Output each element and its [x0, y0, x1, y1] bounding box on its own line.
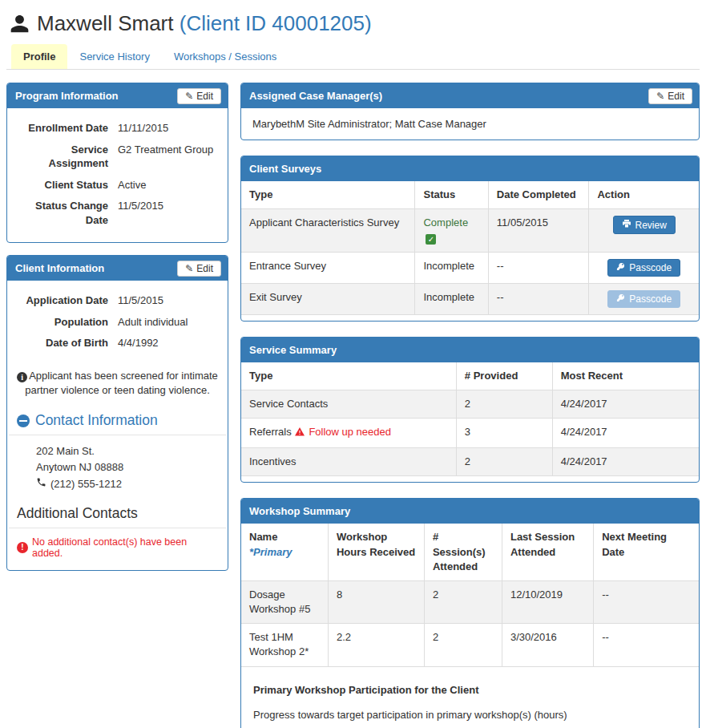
client-information-title: Client Information [15, 262, 104, 274]
workshop-name: Test 1HM Workshop 2* [241, 624, 328, 666]
info-circle-icon: i [17, 372, 27, 382]
key-icon [616, 262, 625, 273]
column-header-next-meeting: Next Meeting Date [594, 524, 699, 580]
participation-heading: Primary Workshop Participation for the C… [253, 684, 687, 696]
table-row: Service Contacts 2 4/24/2017 [241, 390, 699, 418]
review-button-label: Review [635, 220, 667, 231]
column-header-type: Type [241, 362, 456, 390]
workshop-hours: 8 [328, 580, 424, 623]
service-most-recent: 4/24/2017 [552, 448, 699, 476]
program-information-title: Program Information [15, 90, 119, 102]
passcode-button[interactable]: Passcode [607, 259, 680, 277]
column-header-provided: # Provided [456, 362, 552, 390]
workshop-summary-title: Workshop Summary [249, 505, 350, 517]
edit-button-label: Edit [668, 91, 684, 102]
survey-status: Incomplete [415, 283, 488, 314]
service-type: Incentives [241, 448, 456, 476]
column-header-hours: Workshop Hours Received [328, 524, 424, 580]
field-value: 4/4/1992 [118, 336, 220, 350]
minus-circle-icon[interactable] [17, 415, 30, 427]
workshop-summary-panel: Workshop Summary Name *Primary Workshop … [240, 498, 700, 728]
case-managers-title: Assigned Case Manager(s) [249, 90, 382, 102]
case-managers-edit-button[interactable]: ✎Edit [648, 88, 692, 104]
survey-status: Complete [423, 216, 468, 229]
address-line-2: Anytown NJ 08888 [36, 459, 220, 475]
primary-footnote: *Primary [249, 545, 320, 560]
client-profile-page: Maxwell Smart (Client ID 40001205) Profi… [0, 0, 706, 728]
case-managers-heading: Assigned Case Manager(s) ✎Edit [241, 83, 699, 108]
passcode-button-disabled[interactable]: Passcode [607, 290, 680, 308]
pencil-icon: ✎ [185, 91, 193, 102]
field-label: Status Change Date [12, 199, 108, 227]
table-header-row: Type Status Date Completed Action [241, 181, 699, 209]
field-value: Active [118, 178, 220, 192]
field-value: 11/5/2015 [118, 199, 220, 227]
pencil-icon: ✎ [185, 263, 193, 274]
alert-circle-icon: ! [17, 542, 28, 553]
program-information-heading: Program Information ✎Edit [7, 83, 228, 108]
table-header-row: Name *Primary Workshop Hours Received # … [241, 524, 699, 580]
column-header-name: Name [249, 530, 320, 544]
tab-profile[interactable]: Profile [11, 44, 67, 69]
case-managers-panel: Assigned Case Manager(s) ✎Edit MarybethM… [240, 83, 700, 140]
page-title: Maxwell Smart (Client ID 40001205) [37, 11, 372, 36]
user-icon [10, 14, 30, 34]
field-value: G2 Treatment Group [118, 143, 220, 171]
field-label: Enrollment Date [12, 121, 108, 135]
survey-date-completed: -- [488, 283, 589, 314]
service-provided: 2 [456, 390, 552, 418]
screening-note: iApplicant has been screened for intimat… [7, 366, 228, 404]
survey-type: Entrance Survey [241, 252, 415, 283]
field-value: 11/5/2015 [118, 293, 220, 308]
client-information-fields: Application Date 11/5/2015 Population Ad… [7, 281, 228, 366]
client-surveys-panel: Client Surveys Type Status Date Complete… [240, 156, 700, 322]
column-header-action: Action [589, 181, 699, 209]
workshop-next-meeting: -- [594, 624, 699, 666]
case-managers-value: MarybethM Site Administrator; Matt Case … [241, 108, 699, 140]
address-block: 202 Main St. Anytown NJ 08888 (212) 555-… [7, 435, 228, 496]
follow-up-warning: Follow up needed [309, 426, 391, 438]
survey-date-completed: 11/05/2015 [488, 209, 589, 252]
program-information-edit-button[interactable]: ✎Edit [177, 88, 221, 104]
client-surveys-table: Type Status Date Completed Action Applic… [241, 181, 699, 315]
column-header-most-recent: Most Recent [552, 362, 699, 390]
service-summary-heading: Service Summary [241, 338, 699, 362]
contact-information-toggle[interactable]: Contact Information [9, 404, 226, 435]
field-row: Status Change Date 11/5/2015 [12, 199, 220, 227]
service-most-recent: 4/24/2017 [552, 390, 699, 418]
tab-service-history[interactable]: Service History [67, 44, 161, 69]
edit-button-label: Edit [196, 263, 213, 274]
service-most-recent: 4/24/2017 [552, 418, 699, 447]
phone-number: (212) 555-1212 [50, 476, 122, 492]
service-summary-title: Service Summary [249, 344, 337, 356]
contact-information-title: Contact Information [35, 412, 158, 429]
tab-workshops-sessions[interactable]: Workshops / Sessions [162, 44, 288, 69]
page-header: Maxwell Smart (Client ID 40001205) [6, 6, 700, 44]
no-additional-contacts-message: ! No additional contact(s) have been add… [7, 528, 228, 570]
workshop-name: Dosage Workshop #5 [241, 580, 328, 623]
workshop-hours: 2.2 [328, 624, 424, 666]
table-row: Referrals Follow up needed 3 4/24/2017 [241, 418, 699, 447]
survey-type: Exit Survey [241, 283, 415, 314]
program-information-fields: Enrollment Date 11/11/2015 Service Assig… [7, 108, 228, 242]
no-additional-contacts-text: No additional contact(s) have been added… [32, 536, 220, 559]
field-label: Date of Birth [12, 336, 108, 350]
review-button[interactable]: Review [613, 216, 676, 234]
check-square-icon: ✓ [426, 234, 436, 245]
workshop-summary-heading: Workshop Summary [241, 499, 699, 524]
service-summary-table: Type # Provided Most Recent Service Cont… [241, 362, 699, 477]
workshop-sessions: 2 [424, 580, 502, 623]
column-header-date-completed: Date Completed [488, 181, 589, 209]
client-information-edit-button[interactable]: ✎Edit [177, 261, 221, 277]
service-provided: 3 [456, 418, 552, 447]
client-surveys-heading: Client Surveys [241, 156, 699, 181]
client-name: Maxwell Smart [37, 11, 173, 35]
table-row: Test 1HM Workshop 2* 2.2 2 3/30/2016 -- [241, 624, 699, 666]
table-header-row: Type # Provided Most Recent [241, 362, 699, 390]
screening-note-text: Applicant has been screened for intimate… [25, 370, 218, 396]
participation-subheading: Progress towards target participation in… [253, 709, 687, 721]
field-label: Application Date [12, 293, 108, 308]
key-icon [616, 293, 625, 305]
participation-section: Primary Workshop Participation for the C… [241, 673, 699, 728]
printer-icon [622, 219, 631, 231]
